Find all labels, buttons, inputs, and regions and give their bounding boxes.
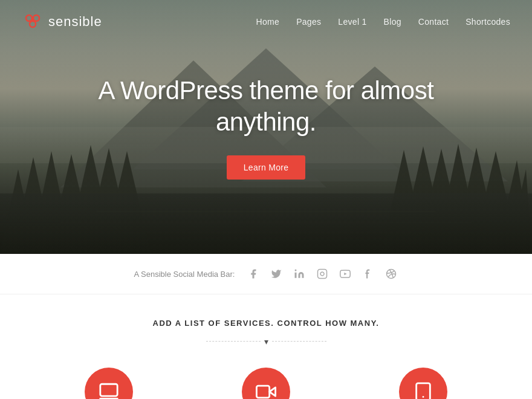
website-design-icon-circle — [85, 368, 133, 399]
nav-level1[interactable]: Level 1 — [338, 17, 366, 27]
svg-rect-38 — [100, 384, 117, 396]
hero-section: sensible Home Pages Level 1 Blog Contact… — [0, 0, 532, 254]
tumblr-icon[interactable] — [362, 267, 375, 281]
facebook-icon[interactable] — [247, 267, 260, 281]
logo-icon — [22, 11, 44, 33]
svg-marker-40 — [270, 388, 276, 396]
services-divider: ▾ — [36, 336, 496, 346]
logo: sensible — [22, 11, 102, 33]
social-bar-label: A Sensible Social Media Bar: — [134, 270, 235, 279]
divider-chevron-icon: ▾ — [264, 337, 268, 346]
instagram-icon[interactable] — [316, 267, 329, 281]
svg-line-30 — [29, 21, 32, 22]
logo-text: sensible — [48, 14, 102, 30]
youtube-icon[interactable] — [339, 267, 352, 281]
social-bar: A Sensible Social Media Bar: — [0, 254, 532, 294]
divider-line-left — [206, 341, 261, 342]
hero-title: A WordPress theme for almost anything. — [48, 75, 484, 138]
svg-point-27 — [26, 15, 32, 21]
service-item-website-design: Website Design Lorem ipsum dolor sit ame… — [36, 368, 181, 399]
svg-rect-41 — [256, 386, 269, 398]
twitter-icon[interactable] — [270, 267, 283, 281]
svg-point-29 — [30, 21, 36, 27]
svg-rect-34 — [318, 270, 327, 279]
hero-cta-button[interactable]: Learn More — [227, 155, 306, 180]
site-header: sensible Home Pages Level 1 Blog Contact… — [0, 0, 532, 44]
linkedin-icon[interactable] — [293, 267, 306, 281]
camera-icon — [256, 381, 276, 399]
svg-line-31 — [34, 21, 37, 22]
nav-shortcodes[interactable]: Shortcodes — [465, 17, 510, 27]
services-section: ADD A LIST OF SERVICES. CONTROL HOW MANY… — [0, 294, 532, 399]
nav-home[interactable]: Home — [256, 17, 280, 27]
service-item-photography: Photography Lorem ipsum dolor sit amet, … — [193, 368, 339, 399]
nav-pages[interactable]: Pages — [296, 17, 321, 27]
app-dev-icon-circle — [399, 368, 447, 399]
service-item-app-dev: App Development Lorem ipsum dolor sit am… — [351, 368, 496, 399]
svg-marker-36 — [345, 273, 347, 276]
nav-contact[interactable]: Contact — [418, 17, 449, 27]
svg-point-28 — [33, 15, 39, 21]
photography-icon-circle — [242, 368, 290, 399]
nav-blog[interactable]: Blog — [384, 17, 401, 27]
main-nav: Home Pages Level 1 Blog Contact Shortcod… — [256, 17, 510, 27]
services-title: ADD A LIST OF SERVICES. CONTROL HOW MANY… — [36, 319, 496, 328]
services-grid: Website Design Lorem ipsum dolor sit ame… — [36, 368, 496, 399]
dribbble-icon[interactable] — [384, 267, 398, 281]
laptop-icon — [99, 381, 119, 399]
svg-point-33 — [295, 270, 297, 271]
divider-line-right — [272, 341, 326, 342]
hero-content: A WordPress theme for almost anything. L… — [0, 75, 532, 180]
tablet-icon — [413, 381, 433, 399]
